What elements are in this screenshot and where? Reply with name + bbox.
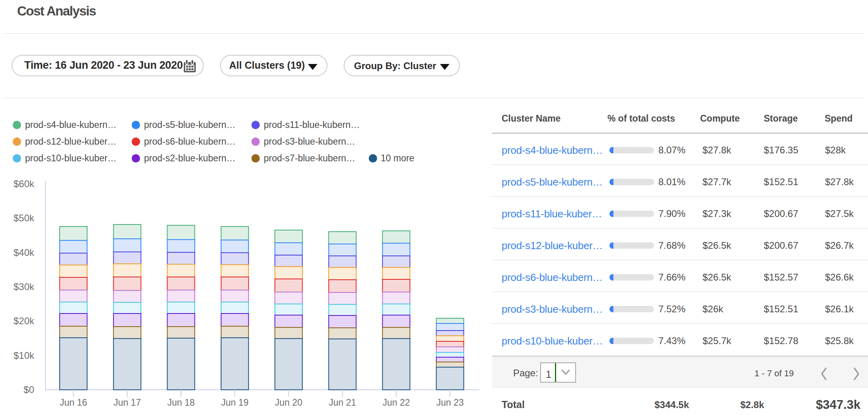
svg-text:$40k: $40k: [14, 247, 35, 258]
svg-text:$0: $0: [23, 384, 34, 395]
svg-text:$10k: $10k: [14, 350, 35, 361]
svg-text:Jun 21: Jun 21: [329, 397, 356, 408]
svg-text:$20k: $20k: [14, 315, 35, 326]
svg-text:$30k: $30k: [14, 281, 35, 292]
svg-text:Jun 20: Jun 20: [275, 397, 302, 408]
svg-text:$60k: $60k: [14, 178, 35, 189]
svg-text:Jun 18: Jun 18: [167, 397, 195, 408]
svg-text:Jun 19: Jun 19: [221, 397, 249, 408]
svg-text:Jun 16: Jun 16: [60, 397, 87, 408]
svg-text:$50k: $50k: [14, 213, 35, 223]
svg-text:Jun 22: Jun 22: [382, 397, 410, 408]
svg-text:Jun 17: Jun 17: [113, 397, 141, 408]
svg-text:Jun 23: Jun 23: [436, 397, 464, 408]
